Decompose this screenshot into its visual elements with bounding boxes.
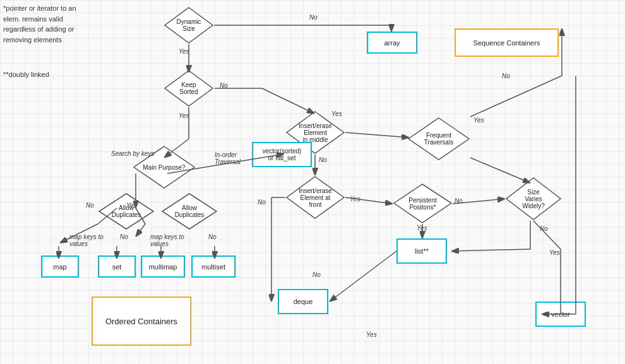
- diamond-persistent-positions: PersistentPositons*: [393, 183, 453, 224]
- label-no-persist: No: [455, 197, 463, 204]
- label-no-map-1: No: [120, 233, 128, 240]
- diamond-size-varies: SizeVariesWidely?: [505, 177, 562, 221]
- box-multiset: multiset: [191, 255, 235, 278]
- note-pointer: *pointer or iterator to anelem. remains …: [3, 3, 76, 45]
- svg-marker-37: [165, 71, 213, 106]
- label-yes-freq: Yes: [473, 117, 484, 124]
- label-map-keys-1: map keys tovalues: [69, 233, 104, 247]
- svg-marker-44: [394, 184, 451, 223]
- label-map-keys-2: map keys tovalues: [150, 233, 184, 247]
- label-no-insert-front: No: [258, 199, 266, 206]
- svg-marker-41: [162, 194, 217, 229]
- box-map: map: [41, 255, 79, 278]
- svg-marker-36: [165, 8, 213, 43]
- box-ordered-containers: Ordered Containers: [92, 296, 191, 346]
- label-search-by-keys: Search by keys: [111, 150, 154, 157]
- svg-line-33: [330, 251, 396, 302]
- label-no-dup-left: No: [86, 202, 94, 209]
- diamond-insert-erase-front: Insert/eraseElement atfront: [285, 175, 345, 220]
- svg-marker-45: [506, 178, 561, 220]
- svg-line-10: [345, 132, 409, 138]
- box-vector-sorted: vector(sorted)or flat_set: [252, 142, 312, 167]
- label-yes-persist: Yes: [417, 225, 427, 232]
- label-no-freq: No: [502, 73, 510, 79]
- box-multimap: multimap: [141, 255, 185, 278]
- diamond-allow-dup-right: AllowDuplicates: [161, 192, 218, 230]
- box-list: list**: [396, 238, 447, 264]
- label-yes-bottom: Yes: [366, 331, 377, 338]
- box-array: array: [367, 32, 417, 54]
- flowchart-canvas: *pointer or iterator to anelem. remains …: [0, 0, 625, 364]
- label-yes-dup-left: Yes: [126, 202, 137, 209]
- box-deque: deque: [278, 289, 328, 314]
- box-set: set: [98, 255, 136, 278]
- label-no-map-2: No: [208, 233, 217, 240]
- label-no-bottom: No: [312, 271, 321, 278]
- note-doubly-linked: **doubly linked: [3, 69, 49, 80]
- svg-line-20: [470, 76, 562, 117]
- svg-marker-40: [99, 194, 153, 229]
- label-in-order: In-orderTraversal: [215, 151, 241, 165]
- box-vector: vector: [535, 302, 586, 327]
- label-no-dynamic: No: [309, 14, 318, 21]
- label-yes-dynamic: Yes: [179, 48, 189, 55]
- diamond-dynamic-size: DynamicSize: [164, 6, 214, 44]
- label-no-keep-sorted: No: [220, 82, 228, 89]
- label-yes-size: Yes: [549, 249, 560, 256]
- svg-line-29: [451, 249, 530, 251]
- diamond-allow-dup-left: AllowDuplicates: [98, 192, 155, 230]
- label-yes-insert-front: Yes: [350, 196, 360, 203]
- label-yes-insert-middle: Yes: [331, 110, 342, 117]
- diamond-frequent-traversals: FrequentTraversals: [407, 117, 470, 161]
- svg-line-7: [262, 88, 314, 114]
- label-no-insert-middle: No: [319, 156, 327, 163]
- svg-marker-42: [408, 118, 469, 160]
- label-no-size: No: [540, 225, 548, 232]
- label-yes-keep-sorted: Yes: [179, 112, 189, 119]
- svg-marker-43: [287, 177, 344, 218]
- diamond-keep-sorted: KeepSorted: [164, 69, 214, 107]
- box-sequence-containers: Sequence Containers: [455, 28, 559, 57]
